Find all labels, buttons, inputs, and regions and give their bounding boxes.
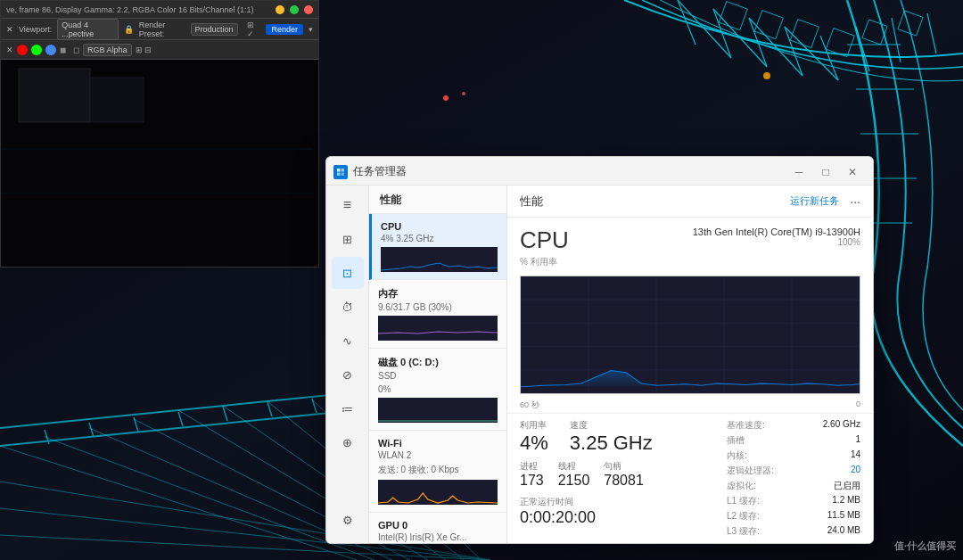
gpu-item-detail: Intel(R) Iris(R) Xe Gr... xyxy=(378,532,498,542)
sidebar-icon-menu[interactable]: ≡ xyxy=(332,189,364,221)
window-controls[interactable]: ─ □ ✕ xyxy=(786,161,866,184)
render-preset-label: Render Preset: xyxy=(139,21,185,38)
cpu-header: CPU % 利用率 13th Gen Intel(R) Core(TM) i9-… xyxy=(507,218,873,272)
task-manager-window[interactable]: 任务管理器 ─ □ ✕ ≡ ⊞ ⊡ ⏱ ∿ ⊘ ≔ ⊕ ⚙ 性能 xyxy=(325,156,874,544)
disk-item-detail2: 0% xyxy=(378,384,498,394)
cores-value: 14 xyxy=(851,449,860,462)
svg-rect-62 xyxy=(342,172,345,176)
render-down-icon[interactable]: ▾ xyxy=(309,25,313,34)
svg-rect-64 xyxy=(378,316,498,341)
logical-row: 逻辑处理器: 20 xyxy=(727,465,860,477)
cpu-usage-label: % 利用率 xyxy=(520,256,569,268)
gpu-item-name: GPU 0 xyxy=(378,520,498,531)
speed-stat: 速度 3.25 GHz xyxy=(570,419,653,455)
l3-value: 24.0 MB xyxy=(827,525,860,538)
sidebar-icon-history[interactable]: ⏱ xyxy=(332,291,364,323)
graph-right-label: 0 xyxy=(856,399,860,411)
section-title: 性能 xyxy=(369,185,506,214)
svg-rect-65 xyxy=(378,398,498,423)
title-left: 任务管理器 xyxy=(333,164,407,179)
watermark: 值·什么值得买 xyxy=(894,539,956,553)
wifi-item-detail: WLAN 2 xyxy=(378,450,498,460)
svg-point-52 xyxy=(462,92,465,95)
processes-label: 进程 xyxy=(520,460,544,473)
l3-row: L3 缓存: 24.0 MB xyxy=(727,525,860,538)
l2-label: L2 缓存: xyxy=(727,510,760,523)
handles-label: 句柄 xyxy=(604,460,644,473)
minimize-btn[interactable] xyxy=(276,5,284,14)
blender-viewport[interactable]: ve, frame 86, Display Gamma: 2.2, RGBA C… xyxy=(0,0,319,268)
cpu-detail-panel: 性能 运行新任务 ··· CPU % 利用率 13th Gen Intel(R)… xyxy=(507,185,873,543)
l1-row: L1 缓存: 1.2 MB xyxy=(727,495,860,507)
cores-label: 内核: xyxy=(727,449,747,462)
sidebar-icon-details[interactable]: ≔ xyxy=(332,392,364,424)
util-speed-row: 利用率 4% 速度 3.25 GHz xyxy=(520,419,727,455)
tm-minimize-btn[interactable]: ─ xyxy=(786,161,812,184)
maximize-btn[interactable] xyxy=(290,5,299,14)
tm-app-icon xyxy=(333,165,348,179)
wifi-item-name: Wi-Fi xyxy=(378,438,498,449)
logical-label: 逻辑处理器: xyxy=(727,465,774,477)
detail-section-label: 性能 xyxy=(520,194,543,210)
l2-value: 11.5 MB xyxy=(827,510,860,523)
uptime-label: 正常运行时间 xyxy=(520,496,727,508)
sidebar-icon-settings[interactable]: ⚙ xyxy=(332,504,364,536)
utilization-value: 4% xyxy=(520,432,548,455)
white-dot: ◻ xyxy=(73,45,79,54)
more-options-icon[interactable]: ··· xyxy=(850,194,860,209)
rgb-alpha-dropdown[interactable]: RGB Alpha xyxy=(83,44,132,56)
perf-item-disk[interactable]: 磁盘 0 (C: D:) SSD 0% xyxy=(369,349,506,431)
perf-item-memory[interactable]: 内存 9.6/31.7 GB (30%) xyxy=(369,280,506,349)
sockets-row: 插槽 1 xyxy=(727,434,860,447)
performance-list[interactable]: 性能 CPU 4% 3.25 GHz 内存 9.6/31.7 GB (30%) xyxy=(369,185,507,543)
tm-maximize-btn[interactable]: □ xyxy=(812,161,839,184)
speed-value: 3.25 GHz xyxy=(570,432,653,455)
blender-window-controls[interactable] xyxy=(276,5,313,14)
virt-row: 虚拟化: 已启用 xyxy=(727,480,860,492)
l3-label: L3 缓存: xyxy=(727,525,760,538)
render-preview xyxy=(1,60,318,267)
x-icon: ✕ xyxy=(6,25,13,34)
sidebar-icon-users[interactable]: ⊘ xyxy=(332,358,364,391)
stats-left: 利用率 4% 速度 3.25 GHz 进程 173 xyxy=(520,419,727,538)
memory-item-detail: 9.6/31.7 GB (30%) xyxy=(378,302,498,312)
blender-title: ve, frame 86, Display Gamma: 2.2, RGBA C… xyxy=(6,5,254,14)
stats-section: 利用率 4% 速度 3.25 GHz 进程 173 xyxy=(507,413,873,543)
wifi-item-detail2: 发送: 0 接收: 0 Kbps xyxy=(378,464,498,476)
color-dot-green xyxy=(31,45,42,55)
sidebar-icon-performance[interactable]: ⊡ xyxy=(332,257,364,289)
detail-actions[interactable]: 运行新任务 ··· xyxy=(786,193,860,210)
tm-sidebar[interactable]: ≡ ⊞ ⊡ ⏱ ∿ ⊘ ≔ ⊕ ⚙ xyxy=(326,185,369,543)
viewport-label: Viewport: xyxy=(19,25,52,34)
perf-item-cpu[interactable]: CPU 4% 3.25 GHz xyxy=(369,214,506,280)
threads-value: 2150 xyxy=(558,473,590,489)
graph-left-label: 60 秒 xyxy=(520,399,539,411)
sidebar-icon-services[interactable]: ⊕ xyxy=(332,426,364,458)
perf-item-gpu[interactable]: GPU 0 Intel(R) Iris(R) Xe Gr... 5% xyxy=(369,513,506,543)
blender-titlebar: ve, frame 86, Display Gamma: 2.2, RGBA C… xyxy=(1,1,318,19)
run-task-button[interactable]: 运行新任务 xyxy=(786,193,843,210)
sidebar-icon-processes[interactable]: ⊞ xyxy=(332,223,364,255)
memory-item-name: 内存 xyxy=(378,287,498,301)
more-icons: ⊞ ⊟ xyxy=(136,45,152,54)
blender-toolbar-2: ✕ ◼ ◻ RGB Alpha ⊞ ⊟ xyxy=(1,40,318,60)
l2-row: L2 缓存: 11.5 MB xyxy=(727,510,860,523)
tm-close-btn[interactable]: ✕ xyxy=(839,161,866,184)
graph-labels: 60 秒 0 xyxy=(507,398,873,413)
task-manager-body: ≡ ⊞ ⊡ ⏱ ∿ ⊘ ≔ ⊕ ⚙ 性能 CPU 4% 3.25 GHz xyxy=(326,185,873,543)
task-manager-titlebar: 任务管理器 ─ □ ✕ xyxy=(326,157,873,185)
sockets-value: 1 xyxy=(855,434,860,447)
svg-point-51 xyxy=(443,95,449,101)
handles-stat: 句柄 78081 xyxy=(604,460,644,489)
base-speed-label: 基准速度: xyxy=(727,419,765,432)
svg-rect-55 xyxy=(19,69,90,122)
cores-row: 内核: 14 xyxy=(727,449,860,462)
close-btn[interactable] xyxy=(304,5,313,14)
processes-stat: 进程 173 xyxy=(520,460,544,489)
render-button[interactable]: Render xyxy=(266,24,303,35)
sidebar-icon-startup[interactable]: ∿ xyxy=(332,325,364,357)
perf-item-wifi[interactable]: Wi-Fi WLAN 2 发送: 0 接收: 0 Kbps xyxy=(369,431,506,513)
quad-dropdown[interactable]: Quad 4 ...pective xyxy=(57,19,118,40)
cpu-model: 13th Gen Intel(R) Core(TM) i9-13900H xyxy=(693,226,860,237)
production-dropdown[interactable]: Production xyxy=(191,23,238,36)
